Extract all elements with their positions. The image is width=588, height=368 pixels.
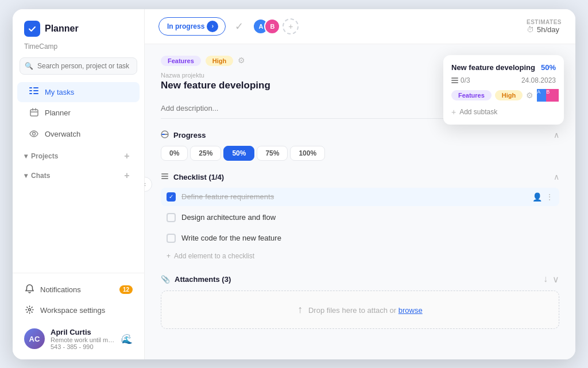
status-badge[interactable]: In progress › xyxy=(158,17,226,36)
app-title: Planner xyxy=(45,24,79,34)
float-card-meta: 0/3 24.08.2023 xyxy=(451,76,556,84)
float-card-subtasks: 0/3 xyxy=(451,76,470,84)
chats-section[interactable]: ▾ Chats + xyxy=(13,164,144,184)
attachments-header: 📎 Attachments (3) ↓ ∨ xyxy=(161,274,559,285)
download-icon[interactable]: ↓ xyxy=(543,274,548,285)
progress-collapse-button[interactable]: ∧ xyxy=(554,130,559,140)
add-checklist-button[interactable]: + Add element to a checklist xyxy=(161,250,559,262)
avatars-group: A B + xyxy=(253,18,299,34)
status-arrow-icon: › xyxy=(207,21,218,32)
progress-icon xyxy=(161,130,169,140)
status-label: In progress xyxy=(167,22,204,30)
sidebar-item-label-planner: Planner xyxy=(45,109,71,117)
floating-card: New feature developing 50% 0/3 24.08.202… xyxy=(443,55,564,125)
checklist-more-button[interactable]: ⋮ xyxy=(546,192,554,202)
svg-rect-13 xyxy=(161,176,168,177)
add-subtask-plus-icon: + xyxy=(451,107,456,117)
svg-rect-17 xyxy=(451,82,458,83)
add-assignee-button[interactable]: + xyxy=(283,18,299,34)
progress-buttons: 0% 25% 50% 75% 100% xyxy=(161,146,559,161)
browse-link[interactable]: browse xyxy=(399,306,423,315)
float-card-tags: Features High ⚙ A B xyxy=(451,89,556,102)
projects-section[interactable]: ▾ Projects + xyxy=(13,145,144,164)
svg-rect-0 xyxy=(29,87,32,88)
attachments-title: 📎 Attachments (3) xyxy=(161,275,231,284)
progress-0-button[interactable]: 0% xyxy=(161,146,188,161)
sidebar-item-planner[interactable]: Planner xyxy=(17,103,140,123)
checklist-item: Design architecture and flow xyxy=(161,208,559,227)
search-input[interactable] xyxy=(20,57,137,75)
add-project-button[interactable]: + xyxy=(121,150,133,162)
float-tag-settings-icon[interactable]: ⚙ xyxy=(526,91,533,100)
progress-75-button[interactable]: 75% xyxy=(257,146,288,161)
checklist-icon xyxy=(161,172,169,182)
svg-rect-10 xyxy=(161,134,165,135)
checklist-section-header: Checklist (1/4) ∧ xyxy=(161,172,559,182)
tag-settings-icon[interactable]: ⚙ xyxy=(238,56,245,66)
checkbox-1[interactable]: ✓ xyxy=(167,192,176,202)
notifications-label: Notifications xyxy=(40,285,81,294)
checklist-collapse-button[interactable]: ∧ xyxy=(554,172,559,181)
chats-label: Chats xyxy=(31,172,50,180)
check-icon[interactable]: ✓ xyxy=(235,20,243,33)
sidebar-item-overwatch[interactable]: Overwatch xyxy=(17,124,140,144)
estimates: ESTIMATES ⏱ 5h/day xyxy=(527,19,562,34)
user-info: April Curtis Remote work until midnay 54… xyxy=(51,328,115,350)
svg-rect-14 xyxy=(161,178,168,179)
notifications-item[interactable]: Notifications 12 xyxy=(13,279,144,300)
add-chat-button[interactable]: + xyxy=(121,170,133,181)
assign-checklist-button[interactable]: 👤 xyxy=(532,192,542,202)
sidebar-bottom: Notifications 12 Workspace settings AC A… xyxy=(13,273,144,359)
svg-rect-12 xyxy=(161,173,168,175)
drop-zone[interactable]: ↑ Drop files here to attach or browse xyxy=(161,290,559,329)
checkbox-3[interactable] xyxy=(167,234,176,243)
workspace-settings-item[interactable]: Workspace settings xyxy=(13,300,144,321)
planner-icon xyxy=(29,108,39,118)
tag-features[interactable]: Features xyxy=(161,56,201,66)
search-container: 🔍 xyxy=(20,57,137,75)
svg-point-7 xyxy=(33,132,36,135)
svg-rect-6 xyxy=(30,110,38,116)
svg-rect-5 xyxy=(33,93,38,94)
progress-100-button[interactable]: 100% xyxy=(290,146,325,161)
float-card-header: New feature developing 50% xyxy=(451,63,556,72)
progress-section-header: Progress ∧ xyxy=(161,130,559,140)
sidebar-item-label-my-tasks: My tasks xyxy=(45,88,74,96)
user-phone: 543 - 385 - 990 xyxy=(51,343,115,350)
attachments-section: 📎 Attachments (3) ↓ ∨ ↑ Drop files here … xyxy=(161,274,559,329)
checklist-item: Write code for the new feature xyxy=(161,229,559,247)
avatar: AC xyxy=(24,328,45,349)
notifications-icon xyxy=(24,284,34,295)
float-card-avatars: A B xyxy=(537,89,559,102)
user-name: April Curtis xyxy=(51,328,115,336)
notifications-badge: 12 xyxy=(119,285,133,294)
progress-section-title: Progress xyxy=(161,130,206,140)
chevron-icon-projects: ▾ xyxy=(24,152,28,160)
main-content: ‹ In progress › ✓ A B + ESTIMATES ⏱ 5h/d… xyxy=(145,9,575,359)
user-status: Remote work until midnay xyxy=(51,336,115,343)
progress-50-button[interactable]: 50% xyxy=(223,146,254,161)
checkbox-2[interactable] xyxy=(167,213,176,222)
user-emoji: 🌊 xyxy=(121,334,133,344)
svg-point-8 xyxy=(28,308,30,311)
svg-rect-16 xyxy=(451,80,458,81)
tag-high[interactable]: High xyxy=(206,56,233,66)
avatar-2: B xyxy=(264,18,280,34)
checklist-item-text-2: Design architecture and flow xyxy=(181,213,276,222)
svg-rect-15 xyxy=(451,78,458,79)
estimates-value: ⏱ 5h/day xyxy=(527,25,562,34)
upload-icon: ↑ xyxy=(297,304,303,315)
progress-25-button[interactable]: 25% xyxy=(190,146,221,161)
user-card[interactable]: AC April Curtis Remote work until midnay… xyxy=(13,321,144,359)
settings-icon xyxy=(24,305,34,316)
sidebar: Planner TimeCamp 🔍 My tasks Planner xyxy=(13,9,145,359)
sidebar-item-my-tasks[interactable]: My tasks xyxy=(17,82,140,102)
add-subtask-button[interactable]: + Add subtask xyxy=(451,106,556,118)
svg-rect-4 xyxy=(33,90,38,91)
svg-rect-3 xyxy=(33,87,38,88)
overwatch-icon xyxy=(29,129,39,139)
my-tasks-icon xyxy=(29,87,39,97)
attachment-collapse-button[interactable]: ∨ xyxy=(552,274,559,285)
sidebar-item-label-overwatch: Overwatch xyxy=(45,130,80,138)
company-name: TimeCamp xyxy=(13,40,144,55)
